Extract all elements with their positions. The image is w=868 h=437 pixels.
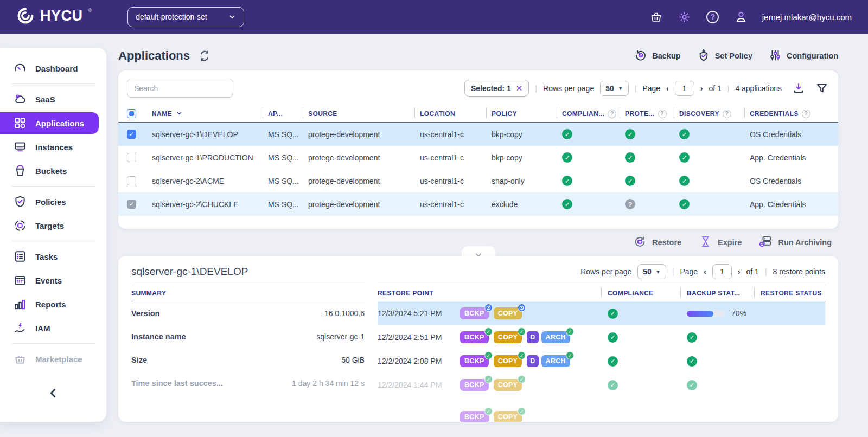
sidebar-item-targets[interactable]: Targets: [0, 215, 106, 236]
restore-point-row[interactable]: 12/2/2024 2:08 PMBCKP✓COPY✓DARCH✓✓✓: [378, 349, 825, 373]
column-header-credentials: CREDENTIALS?: [744, 105, 829, 122]
sidebar-item-saas[interactable]: SaaS: [0, 88, 106, 110]
run-archiving-button[interactable]: Run Archiving: [759, 235, 832, 250]
sidebar-divider: [12, 186, 95, 187]
sort-chevron-icon[interactable]: [175, 109, 183, 119]
sidebar-item-label: Applications: [35, 119, 84, 128]
sidebar-item-tasks[interactable]: Tasks: [0, 246, 106, 267]
badge-clock-icon: [484, 304, 493, 312]
restore-point-row[interactable]: 12/2/2024 2:51 PMBCKP✓COPY✓DARCH✓✓✓: [378, 325, 825, 349]
row-checkbox[interactable]: [127, 200, 136, 209]
summary-value: 1 day 2 h 34 min 12 s: [292, 379, 365, 388]
cell-protection: ?: [620, 199, 674, 209]
user-icon[interactable]: [734, 10, 748, 24]
set-policy-button[interactable]: Set Policy: [697, 49, 752, 63]
cell-location: us-central1-c: [414, 200, 486, 209]
application-row[interactable]: sqlserver-gc-2\ACMEMS SQ...protege-devel…: [118, 169, 838, 192]
configuration-icon: [769, 49, 782, 63]
sidebar-item-marketplace[interactable]: Marketplace: [0, 348, 106, 370]
user-email[interactable]: jernej.mlakar@hycu.com: [762, 12, 852, 22]
select-all-cell: [127, 105, 146, 122]
application-row[interactable]: sqlserver-gc-1\DEVELOPMS SQ...protege-de…: [118, 123, 838, 146]
restore-point-cell: 12/3/2024 5:21 PMBCKPCOPY: [378, 307, 601, 319]
compliance-cell: ✓: [601, 309, 680, 319]
cell-policy: bkp-copy: [486, 130, 557, 139]
badge-check-icon: ✓: [518, 407, 526, 415]
column-help-icon[interactable]: ?: [658, 110, 667, 118]
sidebar-item-label: Reports: [35, 300, 66, 309]
row-checkbox[interactable]: [127, 176, 136, 185]
sidebar-collapse-button[interactable]: [42, 384, 64, 402]
detail-page-prev-button[interactable]: ‹: [704, 267, 706, 276]
sidebar-item-dashboard[interactable]: Dashboard: [0, 57, 106, 79]
header-actions: BackupSet PolicyConfiguration: [634, 49, 838, 63]
sidebar-item-iam[interactable]: IAM: [0, 317, 106, 339]
run-archiving-icon: [759, 235, 773, 250]
column-help-icon[interactable]: ?: [802, 110, 810, 118]
gear-icon[interactable]: [678, 10, 692, 24]
refresh-icon[interactable]: [197, 49, 212, 63]
sidebar-item-policies[interactable]: Policies: [0, 191, 106, 213]
protection-set-select[interactable]: default-protection-set: [127, 7, 244, 27]
configuration-button[interactable]: Configuration: [769, 49, 838, 63]
clear-selection-icon[interactable]: ✕: [516, 84, 523, 92]
help-icon[interactable]: ?: [706, 10, 720, 24]
detail-rows-per-page-select[interactable]: 50 ▼: [637, 264, 666, 279]
column-help-icon[interactable]: ?: [608, 110, 616, 118]
restore-point-row[interactable]: 12/3/2024 5:21 PMBCKPCOPY✓70%: [378, 301, 825, 325]
detail-page-next-button[interactable]: ›: [738, 267, 741, 276]
badge-arch: ARCH✓: [541, 355, 570, 367]
restore-icon: [633, 235, 647, 250]
badge-d: D: [527, 331, 538, 343]
row-checkbox[interactable]: [127, 153, 136, 162]
restore-point-row[interactable]: BCKP✓COPY✓: [378, 397, 825, 419]
column-label: LOCATION: [420, 110, 455, 118]
status-check-icon: ✓: [608, 380, 618, 390]
chevron-down-icon: [228, 13, 236, 21]
chevron-left-icon: [47, 387, 59, 399]
topbar-right: ? jernej.mlakar@hycu.com: [649, 10, 852, 24]
sidebar-item-events[interactable]: Events: [0, 269, 106, 291]
select-all-checkbox[interactable]: [127, 109, 136, 118]
basket-icon[interactable]: [649, 10, 663, 24]
restore-button[interactable]: Restore: [633, 235, 681, 250]
sidebar-item-reports[interactable]: Reports: [0, 293, 106, 315]
restore-timestamp: 12/2/2024 2:51 PM: [378, 333, 460, 342]
restore-badges: BCKP✓COPY✓: [460, 379, 522, 391]
row-checkbox[interactable]: [127, 130, 136, 139]
badge-check-icon: ✓: [518, 351, 526, 359]
badge-bckp: BCKP✓: [460, 379, 489, 391]
column-header-location: LOCATION: [414, 105, 486, 122]
expire-button[interactable]: Expire: [699, 235, 742, 250]
filter-icon[interactable]: [815, 82, 828, 95]
page-prev-button[interactable]: ‹: [666, 84, 669, 93]
progress-fill: [687, 311, 713, 317]
application-row[interactable]: sqlserver-gc-2\CHUCKLEMS SQ...protege-de…: [118, 192, 838, 216]
application-row[interactable]: sqlserver-gc-1\PRODUCTIONMS SQ...protege…: [118, 146, 838, 169]
sidebar-item-buckets[interactable]: Buckets: [0, 160, 106, 182]
sidebar-item-label: SaaS: [35, 95, 55, 104]
restore-point-row[interactable]: 12/2/2024 1:44 PMBCKP✓COPY✓✓✓: [378, 373, 825, 397]
set-policy-icon: [697, 49, 710, 63]
export-download-icon[interactable]: [792, 82, 805, 95]
sidebar-item-applications[interactable]: Applications: [0, 112, 99, 134]
search-input[interactable]: [127, 79, 233, 98]
compliance-cell: ✓: [601, 332, 680, 343]
rows-per-page-select[interactable]: 50 ▼: [600, 81, 628, 96]
detail-page-number-input[interactable]: [712, 264, 732, 279]
cell-source: protege-development: [303, 153, 414, 162]
page-number-input[interactable]: [675, 81, 694, 96]
instances-icon: [13, 140, 27, 154]
saas-icon: [13, 92, 27, 106]
page-next-button[interactable]: ›: [700, 84, 703, 93]
sidebar-item-label: Targets: [35, 221, 64, 230]
progress-label: 70%: [731, 309, 746, 318]
page-of-label: of 1: [746, 267, 759, 276]
column-label: SOURCE: [308, 110, 337, 118]
selected-chip[interactable]: Selected: 1 ✕: [464, 80, 529, 97]
summary-rows: Version16.0.1000.6Instance namesqlserver…: [131, 301, 365, 395]
backup-button[interactable]: Backup: [634, 49, 680, 63]
applications-table-body: sqlserver-gc-1\DEVELOPMS SQ...protege-de…: [118, 123, 838, 216]
sidebar-item-instances[interactable]: Instances: [0, 136, 106, 158]
column-help-icon[interactable]: ?: [723, 110, 731, 118]
